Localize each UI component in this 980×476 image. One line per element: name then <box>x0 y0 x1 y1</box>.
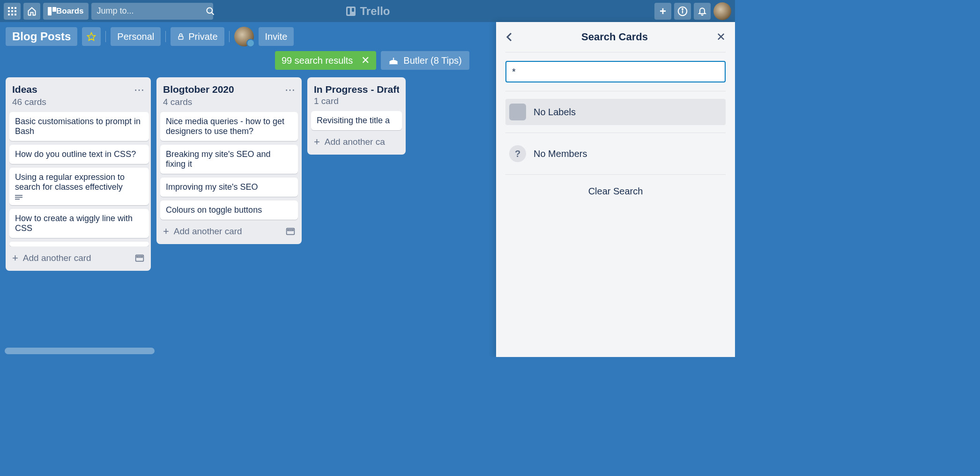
card[interactable]: Colours on toggle buttons <box>160 201 298 220</box>
cards-container: Basic customisations to prompt in Bash H… <box>6 112 151 246</box>
no-labels-text: No Labels <box>534 107 576 118</box>
svg-rect-7 <box>11 14 13 15</box>
svg-rect-15 <box>351 8 354 12</box>
svg-rect-22 <box>389 63 398 64</box>
add-card-label: Add another ca <box>325 137 385 147</box>
notifications-button[interactable] <box>694 3 711 20</box>
svg-rect-3 <box>8 10 10 12</box>
clear-search-button[interactable]: Clear Search <box>505 175 726 208</box>
card[interactable]: Revisiting the title a <box>311 111 402 130</box>
add-card-button[interactable]: + Add another ca <box>314 136 385 148</box>
divider <box>105 31 106 42</box>
list-menu-icon[interactable]: ⋯ <box>285 84 295 96</box>
results-text: 99 search results <box>282 55 353 66</box>
card-text: Improving my site's SEO <box>166 182 258 192</box>
star-button[interactable] <box>82 27 101 46</box>
svg-rect-0 <box>8 7 10 9</box>
user-avatar[interactable] <box>713 2 731 20</box>
list-title[interactable]: In Progress - Draft <box>314 84 399 95</box>
svg-point-11 <box>207 7 212 13</box>
apps-grid-icon <box>8 7 16 15</box>
card[interactable] <box>9 242 149 246</box>
butler-button[interactable]: Butler (8 Tips) <box>381 51 469 70</box>
boards-icon <box>48 7 56 15</box>
svg-rect-4 <box>11 10 13 12</box>
add-card-label: Add another card <box>174 226 242 237</box>
plus-icon: + <box>12 252 18 264</box>
add-card-label: Add another card <box>23 253 91 263</box>
divider <box>165 31 166 42</box>
template-icon[interactable] <box>135 254 144 262</box>
card[interactable]: How to create a wiggly line with CSS <box>9 209 149 238</box>
card-text: Revisiting the title a <box>317 116 390 125</box>
svg-rect-10 <box>52 7 56 12</box>
card-text: How to create a wiggly line with CSS <box>15 214 133 233</box>
visibility-label: Private <box>188 31 217 42</box>
list-count: 4 cards <box>156 96 302 112</box>
panel-title: Search Cards <box>581 31 648 43</box>
add-card-button[interactable]: + Add another card <box>163 225 242 238</box>
visibility-button[interactable]: Private <box>171 27 224 46</box>
plus-icon: + <box>314 136 320 148</box>
list-menu-icon[interactable]: ⋯ <box>134 84 144 96</box>
svg-rect-1 <box>11 7 13 9</box>
members-section: ? No Members <box>505 133 726 175</box>
template-icon[interactable] <box>286 227 295 236</box>
back-button[interactable] <box>505 31 513 43</box>
no-members-text: No Members <box>534 149 587 159</box>
no-labels-option[interactable]: No Labels <box>505 99 726 125</box>
boards-button[interactable]: Boards <box>43 3 89 20</box>
member-chip-icon: ? <box>509 145 526 162</box>
home-button[interactable] <box>23 3 40 20</box>
card[interactable]: Basic customisations to prompt in Bash <box>9 112 149 141</box>
board-title[interactable]: Blog Posts <box>6 27 77 46</box>
list-in-progress: In Progress - Draft 1 card Revisiting th… <box>307 77 406 155</box>
label-chip-icon <box>509 104 526 120</box>
bell-icon <box>698 7 707 16</box>
card[interactable]: Nice media queries - how to get designer… <box>160 112 298 141</box>
svg-rect-8 <box>15 14 16 15</box>
add-card-button[interactable]: + Add another card <box>12 252 91 264</box>
topbar-right: + <box>654 2 731 20</box>
card-text: Using a regular expression to search for… <box>15 172 125 192</box>
no-members-option[interactable]: ? No Members <box>505 141 726 167</box>
card[interactable]: Breaking my site's SEO and fixing it <box>160 145 298 174</box>
info-icon <box>677 6 688 16</box>
info-button[interactable] <box>674 3 691 20</box>
search-icon <box>206 7 215 16</box>
create-button[interactable]: + <box>654 3 671 20</box>
plus-icon: + <box>660 5 666 18</box>
jump-search[interactable] <box>91 3 213 20</box>
card[interactable]: Improving my site's SEO <box>160 178 298 197</box>
topbar: Boards Trello + <box>0 0 735 22</box>
cards-container: Nice media queries - how to get designer… <box>156 112 302 220</box>
member-avatar[interactable] <box>234 27 254 46</box>
lock-icon <box>177 32 185 41</box>
card[interactable]: How do you outline text in CSS? <box>9 145 149 164</box>
close-button[interactable]: ✕ <box>716 30 726 44</box>
svg-rect-2 <box>15 7 16 9</box>
panel-search-input[interactable] <box>505 61 726 82</box>
search-results-pill: 99 search results ✕ <box>275 51 376 70</box>
list-count: 1 card <box>307 95 406 111</box>
invite-button[interactable]: Invite <box>259 27 294 46</box>
description-icon <box>15 195 143 201</box>
list-title[interactable]: Blogtober 2020 <box>163 84 234 95</box>
workspace-button[interactable]: Personal <box>111 27 161 46</box>
brand-text: Trello <box>360 5 390 18</box>
svg-rect-29 <box>137 256 142 258</box>
card-text: Breaking my site's SEO and fixing it <box>166 149 271 169</box>
jump-search-input[interactable] <box>97 6 206 16</box>
cards-container: Revisiting the title a <box>307 111 406 130</box>
apps-menu-button[interactable] <box>4 3 21 20</box>
list-title[interactable]: Ideas <box>12 84 37 95</box>
labels-section: No Labels <box>505 91 726 133</box>
card-text: Nice media queries - how to get designer… <box>166 117 284 136</box>
horizontal-scrollbar[interactable] <box>5 348 155 354</box>
close-icon[interactable]: ✕ <box>361 54 370 67</box>
list-ideas: Ideas ⋯ 46 cards Basic customisations to… <box>6 77 151 271</box>
brand: Trello <box>345 5 390 18</box>
star-icon <box>87 32 96 41</box>
card-text: Basic customisations to prompt in Bash <box>15 117 141 136</box>
card[interactable]: Using a regular expression to search for… <box>9 168 149 205</box>
